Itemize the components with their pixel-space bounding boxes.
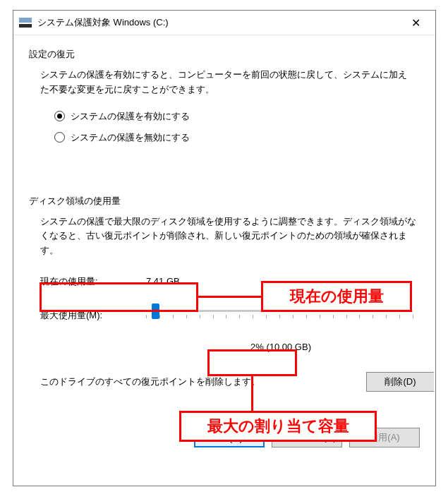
slider-tick: [173, 315, 174, 318]
annotation-current-usage-callout: 現在の使用量: [261, 281, 412, 312]
slider-tick: [306, 315, 307, 318]
slider-thumb[interactable]: [152, 303, 159, 319]
slider-tick: [359, 315, 360, 318]
slider-tick: [413, 315, 413, 318]
radio-enable-control[interactable]: [54, 111, 65, 121]
slider-tick: [226, 315, 226, 318]
slider-tick: [293, 315, 293, 318]
slider-tick: [373, 315, 373, 318]
slider-tick: [186, 315, 187, 318]
radio-disable-control[interactable]: [54, 132, 65, 143]
radio-enable-label: システムの保護を有効にする: [71, 110, 190, 123]
slider-tick: [346, 315, 347, 318]
radio-disable-row[interactable]: システムの保護を無効にする: [54, 131, 420, 144]
slider-tick: [253, 315, 253, 318]
restore-settings-description: システムの保護を有効にすると、コンピューターを前回の状態に戻して、システムに加え…: [40, 68, 414, 97]
radio-disable-label: システムの保護を無効にする: [71, 131, 190, 144]
delete-restore-points-row: このドライブのすべての復元ポイントを削除します。 削除(D): [40, 372, 420, 392]
slider-tick: [239, 315, 240, 318]
annotation-line-2: [251, 376, 253, 411]
canvas: システム保護対象 Windows (C:) ✕ 設定の復元 システムの保護を有効…: [0, 0, 448, 499]
max-usage-label: 最大使用量(M):: [40, 309, 146, 322]
delete-restore-points-text: このドライブのすべての復元ポイントを削除します。: [40, 375, 260, 388]
slider-tick: [266, 315, 267, 318]
annotation-line-1: [198, 296, 261, 298]
slider-tick: [146, 315, 147, 318]
close-button[interactable]: ✕: [401, 13, 430, 32]
radio-enable-row[interactable]: システムの保護を有効にする: [54, 110, 420, 123]
current-usage-value: 7.41 GB: [146, 276, 180, 287]
window-title: システム保護対象 Windows (C:): [37, 16, 401, 29]
slider-tick: [279, 315, 280, 318]
slider-value-text: 2% (10.00 GB): [142, 342, 420, 352]
title-bar: システム保護対象 Windows (C:) ✕: [13, 11, 435, 35]
slider-tick: [386, 315, 387, 318]
slider-tick: [333, 315, 334, 318]
annotation-max-alloc-callout: 最大の割り当て容量: [179, 411, 377, 442]
delete-button[interactable]: 削除(D): [366, 372, 434, 392]
slider-tick: [200, 315, 200, 318]
slider-tick: [399, 315, 400, 318]
current-usage-label: 現在の使用量:: [40, 275, 146, 288]
slider-ticks: [146, 315, 413, 320]
restore-settings-header: 設定の復元: [29, 48, 420, 61]
slider-tick: [213, 315, 214, 318]
slider-tick: [320, 315, 320, 318]
disk-usage-header: ディスク領域の使用量: [29, 195, 420, 208]
drive-icon: [19, 18, 32, 28]
slider-tick: [159, 315, 160, 318]
disk-usage-description: システムの保護で最大限のディスク領域を使用するように調整できます。ディスク領域が…: [40, 215, 420, 258]
protection-radio-group: システムの保護を有効にする システムの保護を無効にする: [54, 110, 420, 144]
dialog-body: 設定の復元 システムの保護を有効にすると、コンピューターを前回の状態に戻して、シ…: [13, 35, 435, 403]
